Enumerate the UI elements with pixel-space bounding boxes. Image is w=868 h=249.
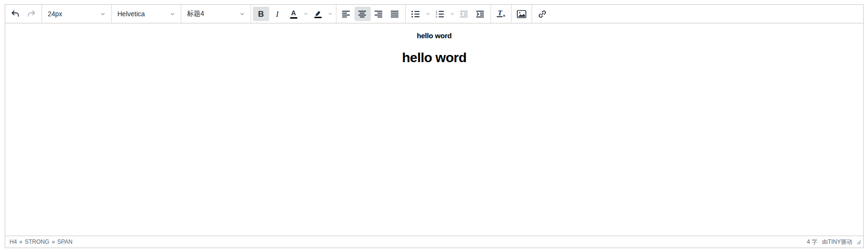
statusbar-right: 4 字 由TINY驱动 (807, 238, 861, 246)
text-color-icon: A (290, 10, 297, 19)
block-format-value: 标题4 (187, 10, 204, 18)
content-paragraph[interactable]: hello word (5, 32, 863, 40)
chevron-down-icon (170, 11, 175, 17)
align-right-icon (375, 11, 383, 18)
align-center-button[interactable] (355, 7, 371, 21)
svg-text:3: 3 (436, 15, 437, 18)
rich-text-editor: 24px Helvetica 标题4 B I (5, 4, 864, 248)
history-group (5, 5, 42, 23)
word-count[interactable]: 4 字 (807, 238, 817, 246)
align-justify-button[interactable] (387, 7, 403, 21)
text-style-group: B I A (251, 5, 336, 23)
editor-statusbar: H4 » STRONG » SPAN 4 字 由TINY驱动 (5, 236, 863, 248)
bullet-list-icon (411, 11, 420, 18)
align-left-icon (342, 11, 351, 18)
link-icon (538, 10, 547, 19)
text-color-swatch (290, 17, 297, 19)
editor-toolbar: 24px Helvetica 标题4 B I (5, 5, 863, 23)
block-format-select[interactable]: 标题4 (183, 7, 249, 21)
element-path-strong[interactable]: STRONG (25, 238, 49, 245)
image-icon (517, 10, 526, 18)
chevron-down-icon (240, 11, 245, 17)
chevron-down-icon (426, 11, 430, 16)
resize-handle[interactable] (856, 239, 861, 245)
chevron-down-icon (100, 11, 105, 17)
chevron-down-icon (303, 11, 308, 16)
highlight-color-swatch (314, 17, 322, 18)
bullet-list-menu-button[interactable] (424, 7, 432, 21)
redo-icon (27, 9, 36, 19)
italic-button[interactable]: I (269, 7, 285, 21)
numbered-list-button[interactable]: 1 2 3 (432, 7, 448, 21)
font-size-value: 24px (48, 10, 62, 18)
chevron-down-icon (328, 11, 333, 16)
font-size-group: 24px (42, 5, 111, 23)
element-path-span[interactable]: SPAN (57, 238, 73, 245)
element-path-h4[interactable]: H4 (10, 238, 17, 245)
clear-formatting-icon: T × (497, 10, 505, 18)
align-center-icon (358, 11, 367, 18)
text-color-menu-button[interactable] (302, 7, 310, 21)
font-family-group: Helvetica (111, 5, 181, 23)
content-heading[interactable]: hello word (5, 51, 863, 65)
link-group (532, 5, 552, 23)
bold-button[interactable]: B (253, 7, 269, 21)
italic-icon: I (276, 10, 279, 18)
numbered-list-menu-button[interactable] (448, 7, 456, 21)
bullet-list-button[interactable] (408, 7, 424, 21)
image-group (511, 5, 532, 23)
branding-link[interactable]: 由TINY驱动 (822, 238, 852, 246)
editor-content-area[interactable]: hello word hello word (5, 23, 863, 236)
align-justify-icon (391, 11, 399, 18)
highlight-color-menu-button[interactable] (326, 7, 334, 21)
chevron-down-icon (450, 11, 455, 16)
highlight-color-button[interactable] (310, 7, 326, 21)
text-color-button[interactable]: A (285, 7, 302, 21)
block-format-group: 标题4 (181, 5, 251, 23)
outdent-button[interactable] (456, 7, 472, 21)
insert-image-button[interactable] (513, 7, 530, 21)
insert-link-button[interactable] (534, 7, 550, 21)
undo-icon (10, 9, 20, 19)
highlighter-icon (314, 10, 322, 18)
clear-format-group: T × (491, 5, 511, 23)
font-size-select[interactable]: 24px (44, 7, 109, 21)
undo-button[interactable] (7, 7, 23, 21)
clear-formatting-button[interactable]: T × (493, 7, 509, 21)
font-family-select[interactable]: Helvetica (114, 7, 179, 21)
element-path: H4 » STRONG » SPAN (10, 238, 73, 245)
element-path-separator: » (19, 238, 22, 245)
numbered-list-icon: 1 2 3 (436, 10, 444, 18)
indent-button[interactable] (472, 7, 489, 21)
alignment-group (336, 5, 405, 23)
font-family-value: Helvetica (117, 10, 145, 18)
align-left-button[interactable] (338, 7, 355, 21)
resize-grip-icon (856, 239, 861, 245)
element-path-separator: » (52, 238, 55, 245)
outdent-icon (460, 11, 469, 18)
align-right-button[interactable] (371, 7, 387, 21)
list-indent-group: 1 2 3 (405, 5, 491, 23)
bold-icon: B (258, 10, 264, 18)
indent-icon (476, 11, 485, 18)
redo-button[interactable] (23, 7, 40, 21)
